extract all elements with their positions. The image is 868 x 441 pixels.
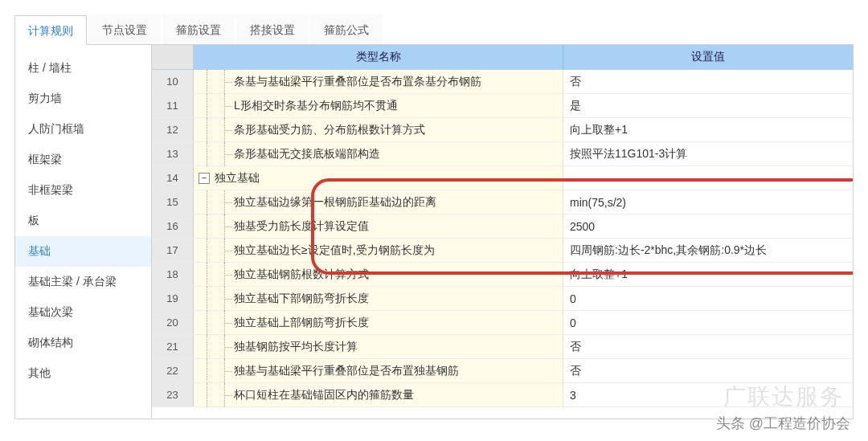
cell-name: − 独立基础 <box>194 166 563 190</box>
sidebar-item-frame-beam[interactable]: 框架梁 <box>15 145 151 175</box>
cell-value[interactable]: 否 <box>563 335 853 358</box>
tab-node-settings[interactable]: 节点设置 <box>88 14 161 44</box>
row-name-text: 独立基础边缘第一根钢筋距基础边的距离 <box>234 195 436 210</box>
cell-value[interactable]: 3 <box>563 383 853 406</box>
row-number: 15 <box>152 190 194 214</box>
sidebar-item-other[interactable]: 其他 <box>15 358 151 389</box>
content-area: 柱 / 墙柱 剪力墙 人防门框墙 框架梁 非框架梁 板 基础 基础主梁 / 承台… <box>14 45 854 419</box>
row-name-text: 独立基础钢筋根数计算方式 <box>234 267 369 282</box>
sidebar-item-column[interactable]: 柱 / 墙柱 <box>15 53 151 84</box>
grid-row-group[interactable]: 14 − 独立基础 <box>152 166 853 190</box>
tab-calc-rules[interactable]: 计算规则 <box>14 15 87 45</box>
row-name-text: 条形基础无交接底板端部构造 <box>234 147 380 161</box>
row-number: 21 <box>152 335 194 358</box>
grid-row[interactable]: 15 独立基础边缘第一根钢筋距基础边的距离 min(75,s/2) <box>152 190 853 214</box>
grid-row[interactable]: 20 独立基础上部钢筋弯折长度 0 <box>152 311 853 335</box>
grid-row[interactable]: 12 条形基础受力筋、分布筋根数计算方式 向上取整+1 <box>152 118 853 142</box>
cell-value <box>563 166 853 190</box>
collapse-icon[interactable]: − <box>199 173 210 184</box>
row-name-text: 独基钢筋按平均长度计算 <box>234 340 358 354</box>
cell-value[interactable]: 2500 <box>563 214 853 238</box>
row-number: 16 <box>152 214 194 238</box>
row-number: 20 <box>152 311 194 334</box>
cell-name: L形相交时条基分布钢筋均不贯通 <box>194 94 563 117</box>
cell-name: 条基与基础梁平行重叠部位是否布置条基分布钢筋 <box>194 70 563 93</box>
grid-header: 类型名称 设置值 <box>152 45 853 70</box>
cell-value[interactable]: 向上取整+1 <box>563 263 853 286</box>
row-name-text: L形相交时条基分布钢筋均不贯通 <box>234 99 398 113</box>
cell-value[interactable]: 四周钢筋:边长-2*bhc,其余钢筋:0.9*边长 <box>563 239 853 262</box>
header-value: 设置值 <box>563 45 853 69</box>
grid-row[interactable]: 18 独立基础钢筋根数计算方式 向上取整+1 <box>152 263 853 287</box>
row-name-text: 杯口短柱在基础锚固区内的箍筋数量 <box>234 388 414 402</box>
row-name-text: 独基与基础梁平行重叠部位是否布置独基钢筋 <box>234 364 459 378</box>
row-name-text: 独立基础边长≥设定值时,受力钢筋长度为 <box>234 243 435 258</box>
row-number: 14 <box>152 166 194 190</box>
row-name-text: 独立基础下部钢筋弯折长度 <box>234 292 369 306</box>
cell-name: 条形基础无交接底板端部构造 <box>194 142 563 165</box>
cell-name: 杯口短柱在基础锚固区内的箍筋数量 <box>194 383 563 406</box>
cell-name: 条形基础受力筋、分布筋根数计算方式 <box>194 118 563 141</box>
sidebar-item-slab[interactable]: 板 <box>15 206 151 236</box>
cell-value[interactable]: 否 <box>563 70 853 93</box>
tab-stirrup-settings[interactable]: 箍筋设置 <box>162 14 235 44</box>
grid-row[interactable]: 16 独基受力筋长度计算设定值 2500 <box>152 214 853 239</box>
grid-row[interactable]: 23 杯口短柱在基础锚固区内的箍筋数量 3 <box>152 383 853 407</box>
row-name-text: 独基受力筋长度计算设定值 <box>234 219 369 234</box>
settings-grid: 类型名称 设置值 10 条基与基础梁平行重叠部位是否布置条基分布钢筋 否 11 … <box>152 45 853 419</box>
cell-value[interactable]: 否 <box>563 359 853 382</box>
cell-name: 独基与基础梁平行重叠部位是否布置独基钢筋 <box>194 359 563 382</box>
cell-name: 独基受力筋长度计算设定值 <box>194 214 563 238</box>
cell-name: 独立基础边缘第一根钢筋距基础边的距离 <box>194 190 563 214</box>
cell-name: 独立基础下部钢筋弯折长度 <box>194 287 563 310</box>
cell-name: 独立基础上部钢筋弯折长度 <box>194 311 563 334</box>
tab-lap-settings[interactable]: 搭接设置 <box>236 14 309 44</box>
sidebar: 柱 / 墙柱 剪力墙 人防门框墙 框架梁 非框架梁 板 基础 基础主梁 / 承台… <box>15 45 152 419</box>
grid-row[interactable]: 11 L形相交时条基分布钢筋均不贯通 是 <box>152 94 853 118</box>
sidebar-item-masonry[interactable]: 砌体结构 <box>15 328 151 358</box>
row-name-text: 条形基础受力筋、分布筋根数计算方式 <box>234 123 425 137</box>
cell-name: 独立基础边长≥设定值时,受力钢筋长度为 <box>194 239 563 262</box>
grid-row[interactable]: 13 条形基础无交接底板端部构造 按照平法11G101-3计算 <box>152 142 853 166</box>
cell-value[interactable]: 是 <box>563 94 853 117</box>
cell-name: 独立基础钢筋根数计算方式 <box>194 263 563 286</box>
row-number: 22 <box>152 359 194 382</box>
row-number: 13 <box>152 142 194 165</box>
cell-value[interactable]: 0 <box>563 311 853 334</box>
cell-value[interactable]: 0 <box>563 287 853 310</box>
grid-row[interactable]: 17 独立基础边长≥设定值时,受力钢筋长度为 四周钢筋:边长-2*bhc,其余钢… <box>152 239 853 263</box>
sidebar-item-foundation-main-beam[interactable]: 基础主梁 / 承台梁 <box>15 267 151 297</box>
top-tabs: 计算规则 节点设置 箍筋设置 搭接设置 箍筋公式 <box>14 14 854 45</box>
row-number: 17 <box>152 239 194 262</box>
row-number: 23 <box>152 383 194 406</box>
cell-value[interactable]: 按照平法11G101-3计算 <box>563 142 853 165</box>
sidebar-item-shearwall[interactable]: 剪力墙 <box>15 84 151 114</box>
cell-value[interactable]: 向上取整+1 <box>563 118 853 141</box>
cell-value[interactable]: min(75,s/2) <box>563 190 853 214</box>
grid-row[interactable]: 19 独立基础下部钢筋弯折长度 0 <box>152 287 853 311</box>
row-name-text: 独立基础 <box>215 171 260 186</box>
header-rowno <box>152 45 194 69</box>
app-window: 计算规则 节点设置 箍筋设置 搭接设置 箍筋公式 柱 / 墙柱 剪力墙 人防门框… <box>0 0 868 441</box>
cell-name: 独基钢筋按平均长度计算 <box>194 335 563 358</box>
sidebar-item-foundation[interactable]: 基础 <box>15 236 151 267</box>
row-name-text: 条基与基础梁平行重叠部位是否布置条基分布钢筋 <box>234 75 481 89</box>
sidebar-item-foundation-secondary-beam[interactable]: 基础次梁 <box>15 297 151 328</box>
grid-row[interactable]: 21 独基钢筋按平均长度计算 否 <box>152 335 853 359</box>
row-number: 11 <box>152 94 194 117</box>
row-number: 10 <box>152 70 194 93</box>
grid-row[interactable]: 10 条基与基础梁平行重叠部位是否布置条基分布钢筋 否 <box>152 70 853 94</box>
grid-row[interactable]: 22 独基与基础梁平行重叠部位是否布置独基钢筋 否 <box>152 359 853 383</box>
row-number: 19 <box>152 287 194 310</box>
row-name-text: 独立基础上部钢筋弯折长度 <box>234 316 369 330</box>
row-number: 12 <box>152 118 194 141</box>
sidebar-item-defense-frame[interactable]: 人防门框墙 <box>15 114 151 145</box>
tab-stirrup-formula[interactable]: 箍筋公式 <box>310 14 383 44</box>
sidebar-item-nonframe-beam[interactable]: 非框架梁 <box>15 175 151 206</box>
row-number: 18 <box>152 263 194 286</box>
header-type-name: 类型名称 <box>194 45 563 69</box>
